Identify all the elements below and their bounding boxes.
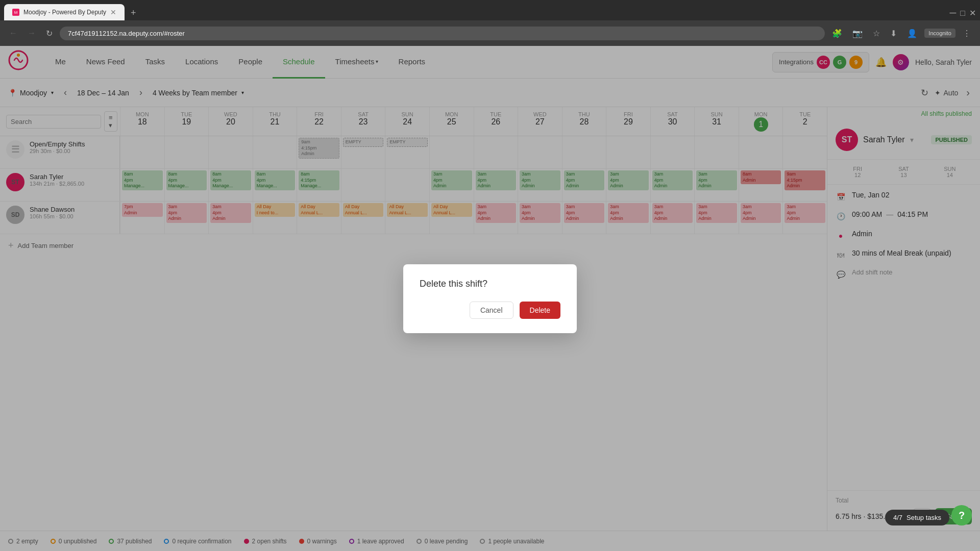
modal-actions: Cancel Delete (420, 302, 560, 319)
minimize-button[interactable]: ─ (950, 8, 957, 18)
help-icon: ? (959, 510, 965, 521)
active-tab[interactable]: M Moodjoy - Powered By Deputy ✕ (4, 4, 125, 20)
download-button[interactable]: ⬇ (887, 27, 900, 40)
cancel-button[interactable]: Cancel (470, 302, 513, 319)
modal-overlay[interactable]: Delete this shift? Cancel Delete (0, 46, 980, 551)
back-button[interactable]: ← (6, 27, 20, 40)
bookmark-button[interactable]: ☆ (870, 27, 883, 40)
profile-button[interactable]: 👤 (904, 27, 920, 40)
setup-tasks-progress: 4/7 (893, 514, 902, 521)
close-window-button[interactable]: ✕ (969, 8, 976, 18)
modal-title: Delete this shift? (420, 279, 560, 289)
reload-button[interactable]: ↻ (43, 27, 56, 40)
browser-actions: 🧩 📷 ☆ ⬇ 👤 Incognito ⋮ (829, 27, 974, 40)
maximize-button[interactable]: □ (960, 9, 965, 18)
incognito-badge: Incognito (924, 29, 955, 38)
help-button[interactable]: ? (951, 505, 972, 525)
browser-tabs: M Moodjoy - Powered By Deputy ✕ + ─ □ ✕ (0, 0, 980, 20)
forward-button[interactable]: → (24, 27, 39, 40)
browser-toolbar: ← → ↻ 🧩 📷 ☆ ⬇ 👤 Incognito ⋮ (0, 20, 980, 46)
new-tab-button[interactable]: + (127, 6, 140, 20)
delete-shift-modal: Delete this shift? Cancel Delete (403, 264, 577, 333)
tab-favicon: M (12, 9, 19, 16)
url-bar[interactable] (60, 27, 825, 40)
tab-title: Moodjoy - Powered By Deputy (23, 9, 106, 16)
extensions-button[interactable]: 🧩 (829, 27, 845, 40)
screenshot-button[interactable]: 📷 (849, 27, 866, 40)
browser-chrome: M Moodjoy - Powered By Deputy ✕ + ─ □ ✕ … (0, 0, 980, 46)
setup-tasks-button[interactable]: 4/7 Setup tasks (885, 510, 949, 525)
menu-button[interactable]: ⋮ (960, 27, 974, 40)
app: Me News Feed Tasks Locations People Sche… (0, 46, 980, 551)
setup-tasks-label: Setup tasks (906, 514, 941, 521)
delete-button[interactable]: Delete (520, 302, 560, 319)
tab-close-button[interactable]: ✕ (110, 8, 116, 16)
